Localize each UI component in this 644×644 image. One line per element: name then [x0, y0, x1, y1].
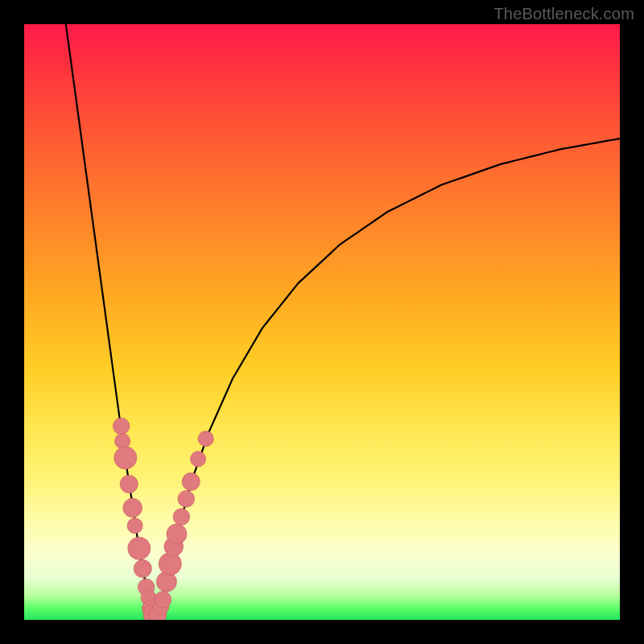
data-point [120, 475, 138, 493]
chart-svg [24, 24, 620, 620]
plot-area [24, 24, 620, 620]
scatter-dots [113, 418, 213, 620]
curve-right [156, 138, 620, 617]
data-point [155, 591, 171, 608]
chart-frame: TheBottleneck.com [0, 0, 644, 644]
data-point [134, 559, 151, 577]
data-point [123, 498, 142, 518]
data-point [127, 518, 142, 533]
data-point [113, 418, 130, 435]
data-point [178, 490, 195, 507]
data-point [167, 524, 187, 544]
data-point [159, 552, 181, 575]
data-point [190, 452, 205, 467]
data-point [114, 447, 137, 469]
watermark-text: TheBottleneck.com [493, 5, 634, 23]
data-point [128, 537, 151, 559]
data-point [198, 431, 213, 446]
data-point [182, 473, 200, 490]
data-point [173, 509, 190, 526]
